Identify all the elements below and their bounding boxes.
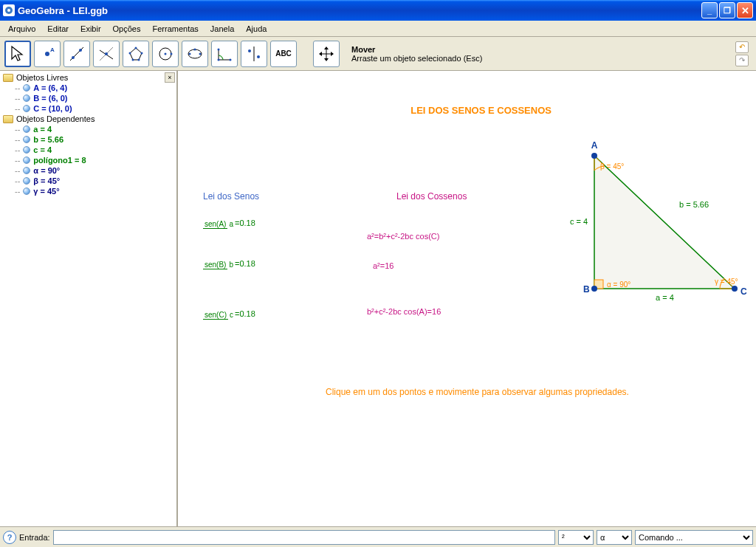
tool-move[interactable]: [4, 41, 31, 67]
tree-item-poly[interactable]: --polígono1 = 8: [3, 155, 173, 165]
tree-item-alpha[interactable]: --α = 90°: [3, 165, 173, 176]
tool-point[interactable]: A: [34, 41, 61, 67]
input-label: Entrada:: [19, 533, 50, 542]
menu-janela[interactable]: Janela: [205, 23, 239, 35]
sidebar-close-button[interactable]: ×: [165, 72, 175, 83]
canvas-title: LEI DOS SENOS E COSSENOS: [410, 105, 551, 116]
symbol-select-1[interactable]: ²: [558, 530, 594, 545]
svg-point-26: [248, 49, 251, 52]
menu-ferramentas[interactable]: Ferramentas: [147, 23, 203, 35]
tool-polygon[interactable]: [123, 41, 149, 67]
tool-line[interactable]: [63, 41, 90, 67]
tool-circle[interactable]: [152, 41, 179, 67]
window-titlebar: GeoGebra - LEI.ggb _ ❐ ✕: [0, 0, 756, 21]
bullet-icon: [23, 167, 30, 174]
tool-conic[interactable]: [182, 41, 208, 67]
tree-item-A[interactable]: --A = (6, 4): [3, 83, 173, 93]
svg-point-23: [218, 58, 220, 61]
perpendicular-icon: [97, 44, 116, 63]
menu-arquivo[interactable]: Arquivo: [3, 23, 41, 35]
tree-item-B[interactable]: --B = (6, 0): [3, 93, 173, 103]
menu-ajuda[interactable]: Ajuda: [241, 23, 272, 35]
reflect-icon: [244, 44, 264, 63]
instruction-text: Clique em um dos pontos e movimente para…: [326, 387, 629, 397]
redo-button[interactable]: ↷: [735, 55, 749, 66]
input-bar: ? Entrada: ² α Comando ...: [0, 526, 756, 547]
tool-reflect[interactable]: [241, 41, 267, 67]
angle-label-gamma: γ = 45°: [715, 278, 738, 286]
formula-a2: a²=16: [373, 261, 394, 270]
bullet-icon: [23, 125, 30, 133]
tree-item-b[interactable]: --b = 5.66: [3, 134, 173, 145]
maximize-button[interactable]: ❐: [719, 2, 735, 18]
menu-opcoes[interactable]: Opções: [108, 23, 146, 35]
object-tree: Objetos Livres --A = (6, 4) --B = (6, 0)…: [0, 71, 176, 198]
svg-point-22: [218, 48, 220, 50]
side-label-b: b = 5.66: [679, 200, 709, 209]
undo-icon: ↶: [739, 43, 745, 51]
tree-item-a[interactable]: --a = 4: [3, 124, 173, 134]
tool-text[interactable]: ABC: [270, 41, 297, 67]
bullet-icon: [23, 84, 30, 92]
text-icon: ABC: [275, 49, 292, 58]
tree-item-c[interactable]: --c = 4: [3, 145, 173, 155]
tree-item-gamma[interactable]: --γ = 45°: [3, 186, 173, 196]
folder-icon: [3, 74, 13, 82]
tool-move-view[interactable]: [313, 41, 340, 67]
command-input[interactable]: [53, 530, 555, 545]
svg-point-1: [7, 9, 10, 12]
tool-hint-desc: Arraste um objeto selecionado (Esc): [351, 54, 732, 63]
bullet-icon: [23, 188, 30, 195]
tool-perpendicular[interactable]: [93, 41, 120, 67]
polygon-icon: [126, 44, 145, 63]
svg-point-12: [138, 58, 140, 61]
symbol-select-2[interactable]: α: [597, 530, 632, 545]
toolbar: A ABC Mover Arraste um objeto selecionad…: [0, 37, 756, 71]
help-button[interactable]: ?: [3, 531, 16, 544]
undo-button[interactable]: ↶: [735, 41, 749, 53]
formula-senC: sen(C)c=0.18: [203, 309, 255, 319]
formula-cos-calc: b²+c²-2bc cos(A)=16: [367, 307, 441, 316]
bullet-icon: [23, 156, 30, 164]
side-label-c: c = 4: [570, 217, 588, 226]
tree-item-beta[interactable]: --β = 45°: [3, 176, 173, 186]
svg-point-36: [591, 286, 597, 292]
svg-text:A: A: [50, 47, 55, 53]
svg-point-17: [171, 52, 173, 55]
tree-category-free[interactable]: Objetos Livres: [3, 72, 173, 83]
triangle-figure: A B C c = 4 b = 5.66 a = 4 α = 90° β = 4…: [561, 134, 753, 318]
svg-point-9: [105, 52, 108, 55]
vertex-label-A: A: [591, 140, 598, 151]
close-button[interactable]: ✕: [737, 2, 753, 18]
tree-item-C[interactable]: --C = (10, 0): [3, 103, 173, 114]
angle-label-alpha: α = 90°: [607, 281, 630, 289]
svg-point-35: [591, 153, 597, 159]
cursor-icon: [8, 44, 27, 63]
svg-point-6: [79, 49, 82, 52]
command-select[interactable]: Comando ...: [635, 530, 753, 545]
window-title: GeoGebra - LEI.ggb: [18, 5, 701, 16]
tool-hint-title: Mover: [351, 45, 732, 54]
svg-point-14: [129, 52, 131, 54]
bullet-icon: [23, 136, 30, 143]
minimize-button[interactable]: _: [701, 2, 718, 18]
menu-editar[interactable]: Editar: [42, 23, 74, 35]
circle-icon: [156, 44, 175, 63]
svg-point-16: [165, 52, 167, 55]
formula-cos-general: a²=b²+c²-2bc cos(C): [367, 232, 439, 241]
svg-point-21: [194, 48, 196, 50]
bullet-icon: [23, 146, 30, 154]
formula-senA: sen(A)a=0.18: [203, 219, 255, 228]
svg-point-37: [732, 286, 738, 292]
conic-icon: [185, 44, 205, 63]
formula-senB: sen(B)b=0.18: [203, 259, 255, 269]
svg-point-11: [141, 52, 143, 54]
graphics-view[interactable]: LEI DOS SENOS E COSSENOS Lei dos Senos L…: [178, 71, 756, 526]
menu-exibir[interactable]: Exibir: [75, 23, 106, 35]
move-view-icon: [317, 44, 336, 63]
svg-point-19: [189, 52, 191, 55]
side-label-a: a = 4: [656, 293, 674, 302]
tool-angle[interactable]: [211, 41, 238, 67]
tree-category-dependent[interactable]: Objetos Dependentes: [3, 114, 173, 124]
svg-point-20: [199, 52, 202, 55]
